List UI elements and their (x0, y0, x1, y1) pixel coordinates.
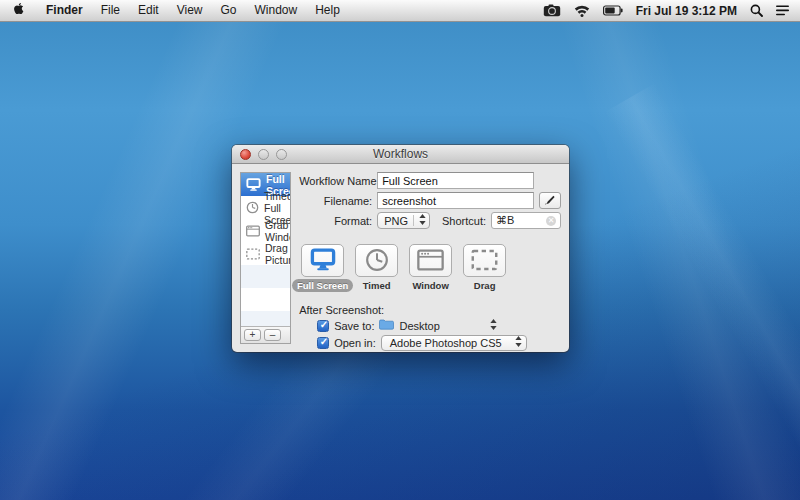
open-in-popup[interactable]: Adobe Photoshop CS5 (381, 335, 527, 351)
clock-icon (365, 248, 389, 274)
capture-button-label: Full Screen (292, 279, 353, 292)
brush-icon (544, 194, 556, 208)
workflow-name-label: Workflow Name: (299, 175, 377, 187)
battery-icon[interactable] (603, 5, 623, 16)
capture-button-label: Window (407, 279, 453, 292)
filename-token-button[interactable] (539, 192, 561, 209)
window-icon (246, 224, 260, 238)
menu-help[interactable]: Help (306, 0, 349, 21)
shortcut-field[interactable]: ⌘B ✕ (491, 212, 561, 229)
drag-icon (246, 247, 260, 261)
workflow-sidebar: Full Screen Timed Full Screen Grab a Win… (240, 172, 291, 344)
capture-button-label: Timed (358, 279, 396, 292)
sidebar-item-grab-a-window[interactable]: Grab a Window (241, 219, 290, 242)
save-to-row: Save to: Desktop (317, 319, 561, 332)
spotlight-icon[interactable] (750, 4, 763, 17)
clock-icon (246, 201, 259, 215)
capture-drag-button[interactable]: Drag (463, 244, 506, 292)
empty-row (241, 311, 290, 326)
save-to-checkbox[interactable] (317, 320, 329, 332)
menu-bar: Finder File Edit View Go Window Help Fri… (0, 0, 800, 22)
open-in-value: Adobe Photoshop CS5 (390, 337, 502, 349)
stepper-arrows-icon (490, 319, 497, 332)
open-in-checkbox[interactable] (317, 337, 329, 349)
add-workflow-button[interactable]: + (244, 329, 261, 341)
sidebar-item-label: Drag a Picture (265, 242, 290, 266)
format-value: PNG (384, 215, 408, 227)
format-label: Format: (299, 215, 377, 227)
open-in-row: Open in: Adobe Photoshop CS5 (317, 335, 561, 350)
shortcut-label: Shortcut: (430, 215, 491, 227)
menu-finder[interactable]: Finder (37, 0, 92, 21)
menu-edit[interactable]: Edit (129, 0, 168, 21)
menu-view[interactable]: View (168, 0, 212, 21)
open-in-label: Open in: (334, 337, 376, 349)
title-bar[interactable]: Workflows (232, 145, 569, 164)
clear-shortcut-icon[interactable]: ✕ (546, 216, 556, 226)
capture-window-button[interactable]: Window (409, 244, 452, 292)
workflow-list: Full Screen Timed Full Screen Grab a Win… (241, 173, 290, 326)
sidebar-item-drag-a-picture[interactable]: Drag a Picture (241, 242, 290, 265)
capture-type-row: Full Screen Timed (299, 244, 561, 292)
stepper-arrows-icon (419, 214, 426, 227)
shortcut-value: ⌘B (496, 214, 514, 227)
minimize-button (258, 149, 269, 160)
drag-icon (471, 249, 498, 273)
filename-label: Filename: (299, 195, 377, 207)
apple-menu[interactable] (14, 3, 27, 18)
after-screenshot-title: After Screenshot: (299, 304, 561, 316)
window-icon (417, 249, 444, 273)
format-popup[interactable]: PNG (377, 212, 430, 229)
empty-row (241, 288, 290, 311)
wifi-icon[interactable] (574, 5, 590, 17)
folder-icon (379, 319, 394, 332)
menu-go[interactable]: Go (212, 0, 246, 21)
capture-timed-button[interactable]: Timed (355, 244, 398, 292)
filename-input[interactable] (377, 192, 534, 209)
save-to-value: Desktop (399, 320, 439, 332)
display-icon (310, 248, 336, 273)
menu-clock[interactable]: Fri Jul 19 3:12 PM (636, 4, 737, 18)
workflows-window: Workflows Full Screen Timed (232, 145, 569, 352)
close-button[interactable] (240, 149, 251, 160)
save-to-label: Save to: (334, 320, 374, 332)
camera-icon[interactable] (543, 4, 561, 17)
menu-window[interactable]: Window (246, 0, 307, 21)
sidebar-item-timed-full-screen[interactable]: Timed Full Screen (241, 196, 290, 219)
workflow-name-input[interactable] (377, 172, 534, 189)
empty-row (241, 265, 290, 288)
list-icon[interactable] (776, 5, 790, 16)
zoom-button (276, 149, 287, 160)
display-icon (246, 178, 261, 192)
remove-workflow-button[interactable]: – (264, 329, 281, 341)
capture-full-screen-button[interactable]: Full Screen (301, 244, 344, 292)
save-to-popup[interactable]: Desktop (379, 319, 497, 332)
capture-button-label: Drag (469, 279, 501, 292)
stepper-arrows-icon (515, 336, 522, 349)
menu-file[interactable]: File (92, 0, 129, 21)
sidebar-item-label: Grab a Window (265, 219, 290, 243)
sidebar-footer: + – (241, 326, 290, 343)
workflow-detail-panel: Workflow Name: Filename: Format: PNG (299, 172, 561, 344)
